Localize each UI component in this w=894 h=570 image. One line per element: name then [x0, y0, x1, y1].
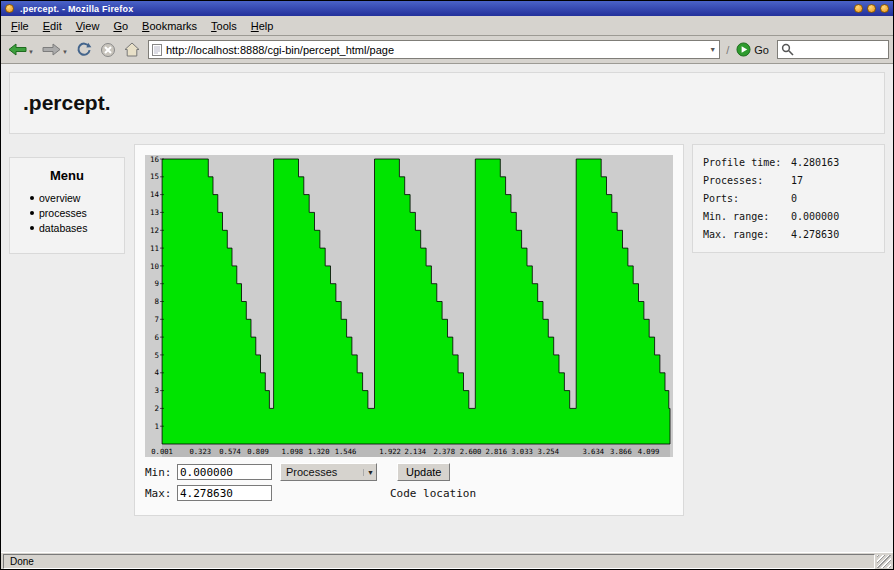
- info-value: 4.278630: [791, 229, 839, 240]
- chart-controls: Min: Processes ▼ Update Max: Code locati…: [145, 463, 673, 501]
- y-tick-label: 5: [154, 351, 159, 360]
- info-value: 17: [791, 175, 803, 186]
- controls-row-2: Max: Code location: [145, 485, 673, 501]
- url-bar[interactable]: ▼: [148, 40, 720, 59]
- chart-panel: 123456789101112131415160.0010.3230.5740.…: [134, 144, 684, 516]
- y-tick-label: 10: [150, 262, 160, 271]
- graph-type-select[interactable]: Processes ▼: [280, 463, 377, 481]
- max-label: Max:: [145, 487, 177, 500]
- search-input[interactable]: [797, 43, 885, 57]
- x-tick-label: 2.134: [404, 447, 426, 456]
- y-tick-label: 11: [150, 244, 159, 253]
- back-dropdown-icon[interactable]: ▼: [28, 48, 34, 56]
- go-button[interactable]: Go: [732, 41, 773, 58]
- bullet-icon: [30, 211, 34, 215]
- window-menu-icon[interactable]: [5, 4, 14, 13]
- min-input[interactable]: [177, 464, 272, 480]
- minimize-button[interactable]: [854, 4, 863, 13]
- menu-item-tools[interactable]: Tools: [204, 18, 244, 34]
- x-tick-label: 4.099: [638, 447, 660, 456]
- menu-item-go[interactable]: Go: [106, 18, 135, 34]
- stop-icon: [100, 42, 116, 58]
- menu-item-edit[interactable]: Edit: [36, 18, 69, 34]
- info-line: Ports:0: [703, 193, 874, 204]
- sidebar-item-label: processes: [39, 207, 87, 219]
- info-label: Max. range:: [703, 229, 791, 240]
- url-input[interactable]: [166, 44, 705, 56]
- home-button[interactable]: [121, 40, 143, 59]
- page-title: .percept.: [23, 91, 111, 115]
- info-label: Min. range:: [703, 211, 791, 222]
- title-bar: .percept. - Mozilla Firefox: [1, 1, 893, 16]
- y-tick-label: 2: [154, 404, 159, 413]
- status-text: Done: [10, 556, 34, 567]
- info-line: Min. range:0.000000: [703, 211, 874, 222]
- info-value: 0: [791, 193, 797, 204]
- window-title: .percept. - Mozilla Firefox: [20, 4, 133, 14]
- x-tick-label: 1.546: [335, 447, 357, 456]
- y-tick-label: 9: [154, 279, 159, 288]
- page-icon: [152, 44, 162, 56]
- select-value: Processes: [286, 466, 337, 478]
- y-tick-label: 3: [154, 386, 159, 395]
- status-bar: Done: [1, 552, 893, 569]
- menu-item-view[interactable]: View: [69, 18, 107, 34]
- url-dropdown-icon[interactable]: ▼: [709, 46, 716, 53]
- info-value: 4.280163: [791, 157, 839, 168]
- x-tick-label: 3.033: [511, 447, 533, 456]
- x-tick-label: 3.254: [537, 447, 559, 456]
- stop-button[interactable]: [97, 40, 119, 60]
- url-separator: /: [726, 44, 729, 56]
- menu-bar: File Edit View Go Bookmarks Tools Help: [1, 16, 893, 36]
- x-tick-label: 2.378: [433, 447, 455, 456]
- y-tick-label: 1: [154, 422, 159, 431]
- x-tick-label: 2.816: [485, 447, 507, 456]
- back-icon: [8, 43, 27, 56]
- menu-item-file[interactable]: File: [4, 18, 36, 34]
- menu-item-bookmarks[interactable]: Bookmarks: [135, 18, 204, 34]
- y-tick-label: 7: [154, 315, 159, 324]
- sidebar-item-databases[interactable]: databases: [30, 222, 118, 234]
- menu-panel: Menu overview processes databases: [9, 157, 125, 254]
- forward-dropdown-icon[interactable]: ▼: [62, 48, 68, 56]
- max-input[interactable]: [177, 485, 272, 501]
- columns: Menu overview processes databases 123456…: [9, 144, 885, 516]
- back-button[interactable]: ▼: [5, 41, 37, 58]
- update-button[interactable]: Update: [397, 463, 450, 481]
- y-tick-label: 13: [150, 208, 159, 217]
- maximize-button[interactable]: [867, 4, 876, 13]
- x-tick-label: 0.001: [151, 447, 173, 456]
- y-tick-label: 16: [150, 155, 160, 164]
- sidebar-item-label: overview: [39, 192, 80, 204]
- window-frame: .percept. - Mozilla Firefox File Edit Vi…: [0, 0, 894, 570]
- sidebar-item-overview[interactable]: overview: [30, 192, 118, 204]
- sidebar-item-label: databases: [39, 222, 87, 234]
- info-line: Processes:17: [703, 175, 874, 186]
- x-tick-label: 3.634: [582, 447, 604, 456]
- code-location-label: Code location: [390, 487, 476, 500]
- info-label: Profile time:: [703, 157, 791, 168]
- header-panel: .percept.: [9, 72, 885, 134]
- info-panel: Profile time:4.280163 Processes:17 Ports…: [692, 144, 885, 253]
- go-label: Go: [754, 44, 769, 56]
- search-box[interactable]: [777, 40, 889, 59]
- nav-toolbar: ▼ ▼ ▼ / Go: [1, 36, 893, 64]
- info-line: Profile time:4.280163: [703, 157, 874, 168]
- bullet-icon: [30, 196, 34, 200]
- reload-button[interactable]: [73, 40, 95, 60]
- forward-button[interactable]: ▼: [39, 41, 71, 58]
- forward-icon: [42, 43, 61, 56]
- y-tick-label: 15: [150, 172, 159, 181]
- bullet-icon: [30, 226, 34, 230]
- y-tick-label: 4: [154, 368, 159, 377]
- menu-item-help[interactable]: Help: [244, 18, 281, 34]
- x-tick-label: 3.866: [610, 447, 632, 456]
- sidebar-item-processes[interactable]: processes: [30, 207, 118, 219]
- x-tick-label: 0.323: [189, 447, 211, 456]
- info-value: 0.000000: [791, 211, 839, 222]
- x-tick-label: 1.320: [308, 447, 330, 456]
- close-button[interactable]: [880, 4, 889, 13]
- info-label: Ports:: [703, 193, 791, 204]
- x-tick-label: 0.809: [247, 447, 269, 456]
- resize-grip[interactable]: [877, 555, 891, 568]
